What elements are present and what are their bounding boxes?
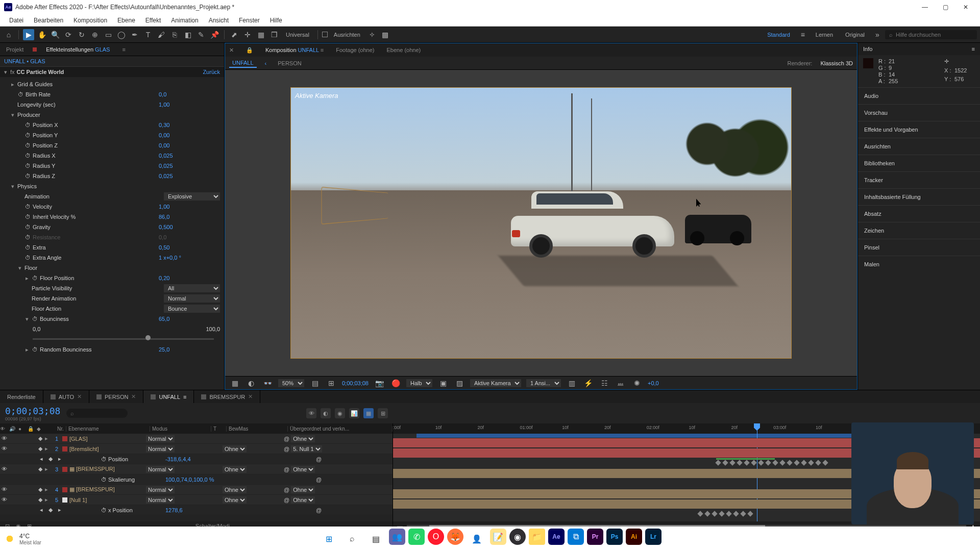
minimize-button[interactable]: —: [915, 0, 935, 14]
zoom-tool[interactable]: 🔍: [50, 29, 61, 40]
view-axis-icon[interactable]: ▦: [255, 29, 266, 40]
layer-row[interactable]: 👁◆▸5[Null 1]NormalOhne@ Ohne: [0, 495, 393, 505]
timeline-icon[interactable]: ☷: [599, 378, 610, 389]
prop-row[interactable]: ▾⏱Bounciness65,0: [0, 314, 224, 324]
frame-blend-icon[interactable]: ◐: [321, 408, 331, 418]
teams-icon[interactable]: 👥: [389, 529, 405, 545]
pixel-aspect-icon[interactable]: ▥: [566, 378, 577, 389]
panel-menu-icon[interactable]: ≡: [119, 44, 128, 55]
camera-select[interactable]: Aktive Kamera: [470, 379, 521, 387]
ellipse-tool[interactable]: ◯: [116, 29, 127, 40]
close-button[interactable]: ✕: [955, 0, 976, 14]
prop-value[interactable]: 0,025: [159, 163, 220, 169]
prop-row[interactable]: Floor ActionBounce: [0, 304, 224, 314]
prop-row[interactable]: ⏱Gravity0,500: [0, 222, 224, 232]
prop-row[interactable]: ⏱Inherit Velocity %86,0: [0, 212, 224, 222]
start-icon[interactable]: ⊞: [318, 529, 339, 549]
tab-effekt[interactable]: Effekteinstellungen GLAS: [43, 44, 113, 55]
stopwatch-icon[interactable]: ⏱: [32, 346, 38, 353]
clone-tool[interactable]: ⎘: [169, 29, 180, 40]
prop-value[interactable]: 25,0: [159, 346, 220, 353]
flow-person[interactable]: PERSON: [275, 59, 304, 67]
stopwatch-icon[interactable]: ⏱: [24, 132, 31, 138]
views-select[interactable]: 1 Ansi...: [526, 379, 561, 387]
tab-projekt[interactable]: Projekt: [3, 44, 27, 55]
stopwatch-icon[interactable]: ⏱: [24, 224, 31, 230]
photoshop-icon[interactable]: Ps: [606, 529, 623, 545]
slider[interactable]: [0, 334, 224, 344]
visibility-icon[interactable]: 👁: [0, 466, 8, 473]
panel-absatz[interactable]: Absatz: [858, 205, 980, 222]
panel-pinsel[interactable]: Pinsel: [858, 239, 980, 256]
weather-widget[interactable]: 4°C Meist klar: [4, 533, 41, 545]
local-axis-icon[interactable]: ⬈: [229, 29, 240, 40]
illustrator-icon[interactable]: Ai: [626, 529, 642, 545]
zoom-select[interactable]: 50%: [278, 379, 304, 387]
menu-komposition[interactable]: Komposition: [68, 16, 112, 25]
visibility-icon[interactable]: 👁: [0, 435, 8, 442]
prop-row[interactable]: ⏱Position Y0,00: [0, 130, 224, 140]
prop-row[interactable]: ⏱Extra Angle1 x+0,0 °: [0, 253, 224, 263]
renderer-value[interactable]: Klassisch 3D: [820, 60, 853, 66]
orbit-tool[interactable]: ⟳: [63, 29, 74, 40]
vscode-icon[interactable]: ⧉: [568, 529, 584, 545]
stopwatch-icon[interactable]: ⏱: [24, 204, 31, 210]
prop-row[interactable]: ⏱Radius X0,025: [0, 151, 224, 161]
brush-tool[interactable]: 🖌: [156, 29, 167, 40]
draft-3d-icon[interactable]: ▦: [363, 408, 374, 418]
prop-row[interactable]: Render AnimationNormal: [0, 293, 224, 304]
roi-icon[interactable]: ▣: [437, 378, 449, 389]
timeline-search[interactable]: ⌕: [66, 409, 128, 418]
visibility-icon[interactable]: 👁: [0, 445, 8, 453]
tl-tab-unfall[interactable]: UNFALL ≡: [143, 390, 194, 403]
text-tool[interactable]: T: [142, 29, 154, 40]
lightroom-icon[interactable]: Lr: [645, 529, 662, 545]
prop-row[interactable]: ⏱Radius Y0,025: [0, 161, 224, 171]
prop-select[interactable]: Normal: [164, 294, 220, 303]
stopwatch-icon[interactable]: ⏱: [24, 214, 31, 220]
prop-value[interactable]: 1,00: [159, 102, 220, 108]
snap-grid-icon[interactable]: ▩: [380, 29, 391, 40]
comp-lock-icon[interactable]: 🔒: [246, 47, 253, 54]
resolution-select[interactable]: Halb: [406, 379, 432, 387]
notepad-icon[interactable]: 📝: [490, 529, 506, 545]
home-icon[interactable]: ⌂: [3, 29, 14, 40]
maximize-button[interactable]: ▢: [935, 0, 955, 14]
property-value[interactable]: 100,0,74,0,100,0 %: [165, 477, 214, 483]
property-value[interactable]: -318,6,4,4: [165, 456, 191, 462]
prop-row[interactable]: Longevity (sec)1,00: [0, 99, 224, 110]
prop-value[interactable]: 0,0: [159, 234, 220, 240]
prev-kf-icon[interactable]: ◂: [37, 456, 46, 462]
brain-icon[interactable]: ⊞: [378, 408, 388, 418]
tl-tab-bremsspur[interactable]: BREMSSPUR ✕: [194, 390, 260, 403]
stopwatch-icon[interactable]: ⏱: [24, 173, 31, 179]
prop-row[interactable]: ▸⏱Random Bounciness25,0: [0, 344, 224, 355]
mask-icon[interactable]: ◐: [246, 378, 257, 389]
stopwatch-icon[interactable]: ⏱: [32, 316, 38, 322]
pan-behind-tool[interactable]: ⊕: [89, 29, 101, 40]
3d-view-icon[interactable]: 👓: [262, 378, 273, 389]
layer-row[interactable]: 👁◆▸1[GLAS]Normal@ Ohne: [0, 434, 393, 444]
help-search[interactable]: ⌕ Hilfe durchsuchen: [885, 30, 977, 39]
prop-value[interactable]: 86,0: [159, 214, 220, 220]
selection-tool[interactable]: ▶: [23, 29, 34, 40]
menu-fenster[interactable]: Fenster: [234, 16, 265, 25]
prop-row[interactable]: ▸⏱Floor Position0,20: [0, 273, 224, 283]
add-kf-icon[interactable]: ◆: [46, 456, 55, 462]
pickwhip-icon[interactable]: @: [316, 477, 322, 483]
prop-value[interactable]: 0,00: [159, 132, 220, 138]
snapshot-icon[interactable]: 📷: [374, 378, 385, 389]
menu-hilfe[interactable]: Hilfe: [265, 16, 287, 25]
stopwatch-icon[interactable]: ⏱: [24, 153, 31, 159]
prop-value[interactable]: 0,025: [159, 153, 220, 159]
next-kf-icon[interactable]: ▸: [55, 456, 64, 462]
panel-audio[interactable]: Audio: [858, 87, 980, 104]
motion-blur-icon[interactable]: ◉: [335, 408, 345, 418]
stopwatch-icon[interactable]: ⏱: [24, 122, 31, 128]
stopwatch-icon[interactable]: ⏱: [24, 244, 31, 251]
prev-kf-icon[interactable]: ◂: [37, 507, 46, 513]
panel-vorschau[interactable]: Vorschau: [858, 104, 980, 121]
prop-value[interactable]: 1 x+0,0 °: [159, 255, 220, 261]
reset-link[interactable]: Zurück: [203, 69, 220, 75]
firefox-icon[interactable]: 🦊: [447, 529, 463, 545]
